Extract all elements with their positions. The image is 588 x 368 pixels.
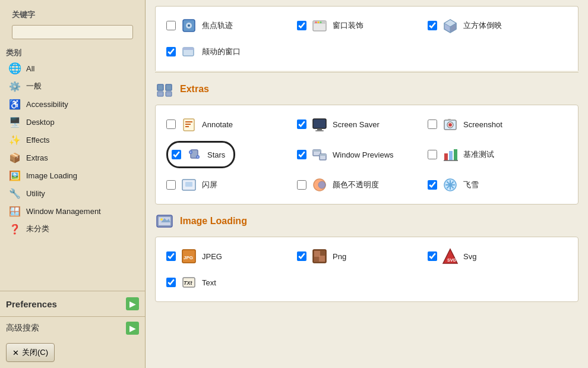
window-icon: 🪟 bbox=[8, 205, 21, 218]
screenshot-icon bbox=[441, 115, 460, 134]
svg-rect-34 bbox=[313, 150, 321, 152]
svg-text:JPG: JPG bbox=[184, 255, 193, 260]
sidebar-item-desktop[interactable]: 🖥️ Desktop bbox=[0, 113, 145, 131]
sidebar-item-desktop-label: Desktop bbox=[26, 118, 55, 127]
image-loading-icon: 🖼️ bbox=[8, 169, 21, 182]
svg-rect-58 bbox=[319, 256, 325, 262]
svg-rect-13 bbox=[157, 84, 163, 90]
close-x-icon: ✕ bbox=[12, 348, 19, 357]
svg-rect-38 bbox=[449, 151, 453, 161]
sidebar-item-image-loading[interactable]: 🖼️ Image Loading bbox=[0, 166, 145, 184]
checkbox-screenshot[interactable] bbox=[428, 119, 437, 129]
sidebar: 关键字 类别 🌐 All ⚙️ 一般 ♿ Accessibility 🖥️ De… bbox=[0, 0, 146, 368]
grid-item-jpeg: JPG JPEG bbox=[162, 243, 292, 269]
checkbox-diandong[interactable] bbox=[166, 47, 176, 56]
svg-rect-37 bbox=[444, 153, 448, 161]
desktop-icon: 🖥️ bbox=[8, 115, 21, 128]
stars-label: Stars bbox=[207, 150, 225, 159]
checkbox-screensaver[interactable] bbox=[297, 119, 306, 129]
stars-icon bbox=[185, 145, 204, 164]
screenshot-label: Screenshot bbox=[463, 120, 502, 129]
checkbox-flash[interactable] bbox=[166, 180, 176, 190]
keyword-label: 关键字 bbox=[6, 5, 139, 23]
svg-point-7 bbox=[320, 21, 322, 23]
sidebar-item-accessibility[interactable]: ♿ Accessibility bbox=[0, 95, 145, 113]
grid-item-flash: 闪屏 bbox=[162, 172, 292, 198]
sidebar-divider-1 bbox=[0, 291, 145, 291]
diandong-icon bbox=[179, 42, 198, 61]
sidebar-item-extras[interactable]: 📦 Extras bbox=[0, 149, 145, 166]
svg-text:TXt: TXt bbox=[184, 280, 193, 286]
advanced-search-row[interactable]: 高级搜索 ▶ bbox=[0, 319, 145, 339]
svg-label: Svg bbox=[463, 252, 476, 261]
windowpreviews-icon bbox=[310, 145, 329, 164]
checkbox-cube[interactable] bbox=[428, 21, 437, 30]
svg-rect-22 bbox=[317, 128, 322, 130]
checkbox-windowpreviews[interactable] bbox=[297, 150, 306, 159]
grid-item-jiaodian: 焦点轨迹 bbox=[162, 12, 292, 39]
sidebar-item-general[interactable]: ⚙️ 一般 bbox=[0, 77, 145, 95]
svg-point-6 bbox=[318, 21, 320, 23]
sidebar-divider-2 bbox=[0, 316, 145, 317]
svg-rect-4 bbox=[313, 21, 326, 24]
sidebar-item-all[interactable]: 🌐 All bbox=[0, 59, 145, 77]
grid-item-windowpreviews: Window Previews bbox=[292, 137, 423, 172]
close-button[interactable]: ✕ 关闭(C) bbox=[6, 343, 55, 362]
jiaodian-label: 焦点轨迹 bbox=[202, 20, 233, 31]
text-label: Text bbox=[202, 278, 216, 287]
svg-point-32 bbox=[197, 156, 199, 158]
extras-top-grid: 焦点轨迹 窗口装饰 立方体倒映 bbox=[155, 6, 578, 71]
sidebar-item-image-loading-label: Image Loading bbox=[26, 171, 77, 180]
category-label: 类别 bbox=[0, 45, 145, 59]
checkbox-stars[interactable] bbox=[172, 150, 181, 159]
grid-item-annotate: Annotate bbox=[162, 111, 292, 137]
svg-rect-14 bbox=[166, 84, 172, 90]
jpeg-label: JPEG bbox=[202, 252, 222, 261]
grid-item-screensaver: Screen Saver bbox=[292, 111, 423, 137]
sidebar-item-effects[interactable]: ✨ Effects bbox=[0, 131, 145, 149]
checkbox-snow[interactable] bbox=[428, 180, 437, 190]
checkbox-benchmark[interactable] bbox=[428, 150, 437, 159]
preferences-arrow-icon[interactable]: ▶ bbox=[126, 297, 139, 310]
checkbox-text[interactable] bbox=[166, 278, 176, 287]
grid-item-benchmark: 基准测试 bbox=[423, 137, 554, 172]
checkbox-jiaodian[interactable] bbox=[166, 21, 176, 30]
svg-point-5 bbox=[315, 21, 317, 23]
utility-icon: 🔧 bbox=[8, 187, 21, 200]
sidebar-item-extras-label: Extras bbox=[26, 153, 48, 162]
preferences-row[interactable]: Preferences ▶ bbox=[0, 294, 145, 314]
opacity-label: 颜色不透明度 bbox=[333, 180, 379, 190]
checkbox-svg[interactable] bbox=[428, 251, 437, 261]
checkbox-jpeg[interactable] bbox=[166, 251, 176, 261]
svg-rect-23 bbox=[315, 130, 324, 131]
svg-rect-36 bbox=[320, 154, 326, 156]
sidebar-item-uncat[interactable]: ❓ 未分类 bbox=[0, 220, 145, 238]
advanced-search-arrow-icon[interactable]: ▶ bbox=[126, 322, 139, 335]
svg-rect-59 bbox=[314, 257, 319, 262]
grid-item-screenshot: Screenshot bbox=[423, 111, 554, 137]
grid-item-opacity: 颜色不透明度 bbox=[292, 172, 423, 198]
sidebar-item-accessibility-label: Accessibility bbox=[26, 100, 68, 109]
keyword-search-input[interactable] bbox=[12, 25, 133, 39]
main-content: 焦点轨迹 窗口装饰 立方体倒映 bbox=[146, 0, 588, 368]
svg-rect-15 bbox=[157, 92, 163, 96]
windowdeco-icon bbox=[310, 16, 329, 35]
svg-rect-12 bbox=[183, 48, 194, 50]
benchmark-label: 基准测试 bbox=[463, 149, 494, 160]
checkbox-windowdeco[interactable] bbox=[297, 21, 306, 30]
svg-rect-42 bbox=[185, 182, 192, 187]
checkbox-annotate[interactable] bbox=[166, 119, 176, 129]
screensaver-label: Screen Saver bbox=[333, 120, 380, 129]
grid-item-text: TXt Text bbox=[162, 269, 292, 295]
opacity-icon bbox=[310, 175, 329, 194]
close-button-label: 关闭(C) bbox=[22, 347, 48, 358]
checkbox-png[interactable] bbox=[297, 251, 306, 261]
accessibility-icon: ♿ bbox=[8, 97, 21, 111]
extras-section-title: Extras bbox=[180, 84, 209, 95]
grid-item-svg: SVG Svg bbox=[423, 243, 554, 269]
sidebar-item-utility[interactable]: 🔧 Utility bbox=[0, 184, 145, 202]
text-icon: TXt bbox=[179, 273, 198, 292]
advanced-search-label: 高级搜索 bbox=[6, 323, 39, 334]
sidebar-item-window-management[interactable]: 🪟 Window Management bbox=[0, 202, 145, 220]
checkbox-opacity[interactable] bbox=[297, 180, 306, 190]
